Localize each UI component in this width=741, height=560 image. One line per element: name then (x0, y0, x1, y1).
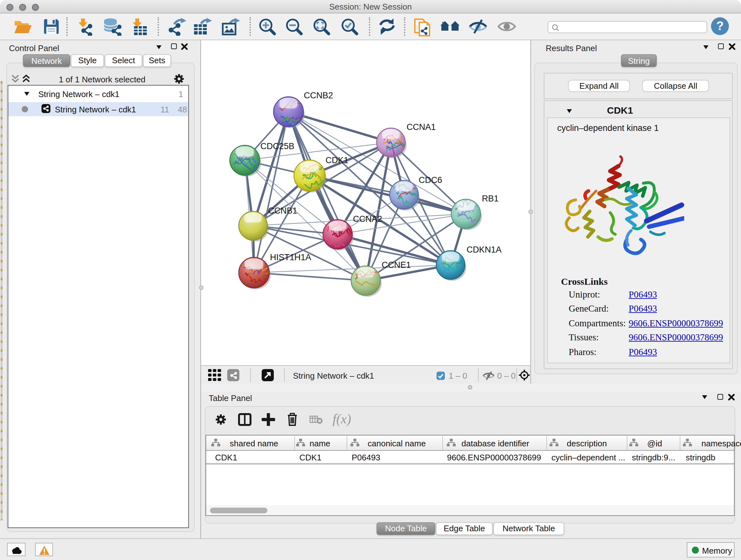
svg-text:CCNE1: CCNE1 (382, 260, 411, 270)
svg-text:CDC6: CDC6 (419, 175, 442, 185)
svg-text:HIST1H1A: HIST1H1A (270, 253, 311, 262)
svg-text:CDKN1A: CDKN1A (467, 245, 502, 254)
svg-text:CDC25B: CDC25B (260, 141, 294, 151)
svg-text:CDK1: CDK1 (326, 155, 348, 165)
svg-text:CCNB1: CCNB1 (268, 206, 297, 215)
svg-text:RB1: RB1 (482, 194, 499, 203)
svg-text:CCNA1: CCNA1 (407, 122, 436, 132)
svg-text:CCNA2: CCNA2 (353, 214, 382, 224)
svg-text:CCNB2: CCNB2 (304, 91, 333, 100)
